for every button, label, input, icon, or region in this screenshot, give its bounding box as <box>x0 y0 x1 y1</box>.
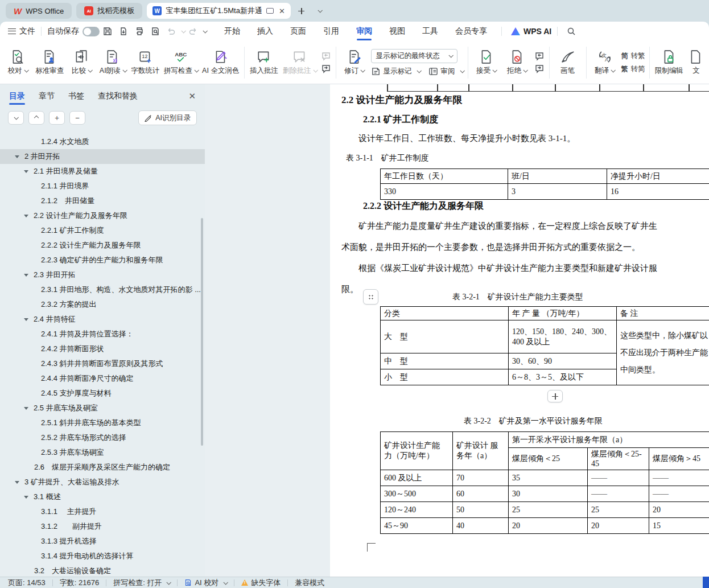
table-note-cell[interactable]: 这些类型中，除小煤矿以 不应出现介于两种生产能 中间类型。 <box>617 320 709 385</box>
table-cell[interactable]: 60 <box>453 486 509 502</box>
toc-item[interactable]: 3.1.4 提升电动机的选择计算 <box>0 549 205 564</box>
toc-item[interactable]: 2.5.2 井底车场形式的选择 <box>0 430 205 445</box>
toc-item[interactable]: 2.5.3 井底车场硐室 <box>0 445 205 460</box>
toc-item[interactable]: 2.4.5 支护厚度与材料 <box>0 386 205 401</box>
toc-item[interactable]: 2.5 井底车场及硐室 <box>0 401 205 416</box>
translate-button[interactable]: 文A 翻译 <box>591 44 619 81</box>
sidebar-scrollbar[interactable] <box>201 218 203 446</box>
close-tab-icon[interactable]: ✕ <box>279 7 285 15</box>
spell-check-status[interactable]: 拼写检查: 打开 <box>113 578 170 588</box>
document-page[interactable]: 2.2 设计生产能力及服务年限 2.2.1 矿井工作制度 设计年工作日、工作班数… <box>330 84 709 577</box>
table-cell[interactable]: 16 <box>607 184 709 200</box>
table-cell[interactable]: 中 型 <box>381 353 509 369</box>
table-header-cell[interactable]: 备 注 <box>617 307 709 320</box>
toc-item[interactable]: 2.2.3 确定矿井的生产能力和服务年限 <box>0 253 205 268</box>
menu-tools[interactable]: 工具 <box>414 22 447 41</box>
toc-item[interactable]: 3.2 大巷运输设备确定 <box>0 564 205 577</box>
table2-caption[interactable]: 表 3-2-1 矿井设计生产能力主要类型 <box>452 292 583 302</box>
collapse-arrow-icon[interactable] <box>24 318 28 321</box>
collapse-arrow-icon[interactable] <box>24 496 28 499</box>
compare-button[interactable]: 比较 <box>67 44 96 81</box>
collapse-all-button[interactable] <box>28 111 44 125</box>
table-cell[interactable]: —— <box>588 486 649 502</box>
export-button[interactable] <box>117 24 130 38</box>
undo-menu-icon[interactable] <box>181 28 186 33</box>
add-table-row-button[interactable] <box>547 390 563 402</box>
print-preview-button[interactable] <box>149 24 162 38</box>
collapse-arrow-icon[interactable] <box>24 215 28 217</box>
table-header-cell[interactable]: 煤层倾角＜25 <box>509 448 588 470</box>
table3-caption[interactable]: 表 3-2-2 矿井及第一水平设计服务年限 <box>464 416 603 426</box>
toc-item[interactable]: 3.1 概述 <box>0 490 205 504</box>
previous-change-button[interactable] <box>534 52 545 61</box>
search-icon[interactable] <box>564 24 578 38</box>
table-header-cell[interactable]: 分类 <box>381 307 509 320</box>
toc-item[interactable]: 2.1.1 井田境界 <box>0 179 205 194</box>
toc-item[interactable]: 2.4 井筒特征 <box>0 312 205 327</box>
table-cell[interactable]: 25 <box>588 502 649 518</box>
print-button[interactable] <box>133 24 146 38</box>
paragraph[interactable]: 根据《煤炭工业矿井设计规范》中矿井设计生产能力主要类型和新建矿井设计服 <box>358 263 657 274</box>
expand-all-button[interactable] <box>8 111 24 125</box>
restrict-editing-button[interactable]: 限制编辑 <box>654 44 685 81</box>
table-drag-handle[interactable] <box>363 289 378 305</box>
redo-button[interactable] <box>186 24 200 38</box>
tab-bookmarks[interactable]: 书签 <box>68 84 84 108</box>
heading-2-2-2[interactable]: 2.2.2 设计生产能力及服务年限 <box>363 200 484 212</box>
file-menu[interactable]: 文件 <box>19 26 35 36</box>
toc-item[interactable]: 2 井田开拓 <box>0 149 205 164</box>
table-service-years[interactable]: 矿井设计生产能 力（万吨/年） 矿井设计 服务年（a） 第一开采水平设计服务年限… <box>380 431 709 534</box>
paragraph[interactable]: 术面貌，是井田开拓的一个主要参数，也是选择井田开拓方式的重要依据之一。 <box>341 242 640 253</box>
simplified-to-traditional-button[interactable]: 简 转繁 <box>621 51 645 61</box>
table-cell[interactable]: 120～240 <box>381 502 453 518</box>
table-cell[interactable]: 35 <box>509 470 588 486</box>
table-cell[interactable]: 70 <box>453 470 509 486</box>
redo-menu-icon[interactable] <box>203 28 207 33</box>
table-header-cell[interactable]: 矿井设计 服务年（a） <box>453 432 509 470</box>
table-cell[interactable]: 330 <box>381 184 508 200</box>
table-cell[interactable]: 6～8、3～5、及以下 <box>509 369 617 385</box>
menu-reference[interactable]: 引用 <box>315 22 348 41</box>
table-cell[interactable]: 小 型 <box>381 369 509 385</box>
table-cell[interactable]: 大 型 <box>381 320 509 353</box>
toc-item[interactable]: 2.1 井田境界及储量 <box>0 164 205 179</box>
table-cell[interactable]: 3 <box>508 184 607 200</box>
toc-item[interactable]: 3.1.3 提升机选择 <box>0 534 205 549</box>
show-markup-button[interactable]: 显示标记 <box>371 67 421 76</box>
table-cell[interactable]: 120、150、180、240、300、400 及以上 <box>509 320 617 353</box>
table-header-cell[interactable]: 班/日 <box>508 169 607 184</box>
traditional-to-simplified-button[interactable]: 繁 转简 <box>621 64 645 74</box>
paragraph[interactable]: 矿井生产能力是度量矿井生产建设的重要指标，在一定程度上综合反映了矿井生 <box>358 221 657 232</box>
table-header-cell[interactable]: 年工作日数（天） <box>381 169 508 184</box>
tab-contents[interactable]: 目录 <box>9 84 25 108</box>
page-indicator[interactable]: 页面: 14/53 <box>8 578 46 588</box>
table-header-cell[interactable]: 第一开采水平设计服务年限（a） <box>509 432 709 448</box>
collapse-arrow-icon[interactable] <box>24 274 28 277</box>
tab-list-button[interactable] <box>312 5 325 17</box>
next-comment-button[interactable] <box>320 64 332 73</box>
ink-pen-button[interactable]: 画笔 <box>554 44 582 81</box>
toc-item[interactable]: 2.2.1 矿井工作制度 <box>0 223 205 238</box>
previous-comment-button[interactable] <box>320 52 332 61</box>
collapse-arrow-icon[interactable] <box>24 407 28 410</box>
table-cell[interactable]: 20 <box>649 502 709 518</box>
table-cell[interactable]: 300～500 <box>381 486 453 502</box>
heading-2-2[interactable]: 2.2 设计生产能力及服务年限 <box>341 93 463 106</box>
autosave-toggle[interactable] <box>83 27 100 36</box>
insert-comment-button[interactable]: 插入批注 <box>249 44 279 81</box>
reject-change-button[interactable]: 拒绝 <box>503 44 531 81</box>
close-sidebar-icon[interactable]: ✕ <box>188 91 196 101</box>
wps-ai-button[interactable]: WPS AI <box>511 27 551 36</box>
table-cell[interactable]: —— <box>649 486 709 502</box>
delete-comment-button[interactable]: 删除批注 <box>282 44 318 81</box>
menu-view[interactable]: 视图 <box>381 22 414 41</box>
tab-document[interactable]: W 宝丰集团红五矿1.5Mta新井通 ✕ <box>147 3 291 19</box>
table-cell[interactable]: —— <box>649 470 709 486</box>
table-cell[interactable]: 40 <box>453 518 509 534</box>
toc-item[interactable]: 2.4.4 井筒断面净尺寸的确定 <box>0 371 205 386</box>
save-button[interactable] <box>101 24 114 38</box>
toc-item[interactable]: 1.2.4 水文地质 <box>0 134 205 149</box>
menu-membership[interactable]: 会员专享 <box>447 22 496 41</box>
collapse-arrow-icon[interactable] <box>15 155 19 158</box>
standard-review-button[interactable]: 标准审查 <box>34 44 65 81</box>
